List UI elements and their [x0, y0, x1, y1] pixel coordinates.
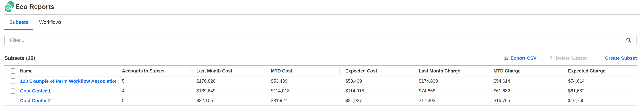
page-title: Eco Reports: [15, 0, 54, 13]
cell-name: Cost Center 2: [4, 96, 116, 105]
cell-mtd-cost: $53,439: [265, 77, 340, 86]
header-last-month-cost: Last Month Cost: [190, 66, 265, 76]
filter-box: [4, 35, 637, 45]
tab-workflows[interactable]: Workflows: [33, 15, 67, 30]
search-icon: [626, 37, 632, 43]
cell-mtd-charge: $16,765: [488, 96, 562, 105]
header-mtd-charge: MTD Charge: [488, 66, 562, 76]
cell-mtd-charge: $54,614: [488, 77, 562, 86]
app-header: Eco Reports: [0, 0, 644, 14]
download-icon: [504, 56, 508, 60]
subset-link[interactable]: Cost Center 2: [20, 98, 51, 103]
cell-last-month-cost: $32,155: [190, 96, 265, 105]
header-last-month-charge: Last Month Charge: [413, 66, 488, 76]
cell-accounts: 5: [116, 96, 190, 105]
subset-link[interactable]: Cost Center 1: [20, 88, 51, 94]
row-checkbox[interactable]: [10, 88, 15, 94]
create-subset-button[interactable]: + Create Subset: [599, 55, 637, 61]
filter-input[interactable]: [5, 35, 636, 45]
cell-mtd-charge: $61,682: [488, 86, 562, 96]
tab-subsets[interactable]: Subsets: [4, 15, 33, 30]
eco-logo-icon: [4, 1, 15, 13]
cell-name: Cost Center 1: [4, 86, 116, 96]
cell-accounts: 5: [116, 77, 190, 86]
subsets-heading: Subsets (16): [4, 55, 35, 61]
delete-subset-button[interactable]: Delete Subset: [549, 55, 587, 61]
cell-expected-charge: $16,765: [562, 96, 637, 105]
header-divider: [4, 14, 640, 15]
row-checkbox[interactable]: [10, 98, 15, 103]
row-checkbox[interactable]: [10, 78, 15, 84]
eco-reports-page: Eco Reports Subsets Workflows Subsets (1…: [0, 0, 644, 106]
cell-name: 123 Example of Perm Workflow Association: [4, 77, 116, 86]
subsets-toolbar: Subsets (16) Export CSV Delete Sub: [4, 53, 637, 63]
toolbar-actions: Export CSV Delete Subset + Create Subset: [504, 55, 637, 61]
tab-bar-divider: [4, 30, 640, 30]
create-subset-label: Create Subset: [605, 55, 637, 61]
header-name: Name: [4, 66, 116, 76]
table-header-row: Name Accounts in Subset Last Month Cost …: [4, 66, 637, 77]
cell-expected-charge: $61,682: [562, 86, 637, 96]
select-all-checkbox[interactable]: [10, 68, 15, 74]
header-name-label: Name: [20, 68, 32, 74]
table-row: 123 Example of Perm Workflow Association…: [4, 77, 637, 86]
plus-icon: +: [599, 56, 602, 60]
cell-expected-charge: $54,614: [562, 77, 637, 86]
trash-icon: [549, 56, 553, 60]
cell-expected-cost: $53,439: [340, 77, 413, 86]
table-row: Cost Center 1 4 $139,649 $114,018 $114,0…: [4, 86, 637, 96]
subset-link[interactable]: 123 Example of Perm Workflow Association: [20, 79, 116, 84]
tab-bar: Subsets Workflows: [4, 15, 67, 30]
export-csv-label: Export CSV: [510, 55, 536, 61]
cell-mtd-cost: $31,927: [265, 96, 340, 105]
cell-last-month-cost: $176,820: [190, 77, 265, 86]
cell-expected-cost: $31,927: [340, 96, 413, 105]
header-accounts-in-subset: Accounts in Subset: [116, 66, 190, 76]
cell-last-month-cost: $139,649: [190, 86, 265, 96]
cell-last-month-charge: $74,668: [413, 86, 488, 96]
delete-subset-label: Delete Subset: [556, 55, 587, 61]
subsets-table: Name Accounts in Subset Last Month Cost …: [4, 65, 637, 106]
table-row: Cost Center 2 5 $32,155 $31,927 $31,927 …: [4, 96, 637, 106]
export-csv-button[interactable]: Export CSV: [504, 55, 536, 61]
cell-last-month-charge: $17,303: [413, 96, 488, 105]
cell-accounts: 4: [116, 86, 190, 96]
cell-mtd-cost: $114,018: [265, 86, 340, 96]
header-expected-cost: Expected Cost: [340, 66, 413, 76]
header-mtd-cost: MTD Cost: [265, 66, 340, 76]
header-expected-charge: Expected Charge: [562, 66, 637, 76]
cell-last-month-charge: $174,839: [413, 77, 488, 86]
cell-expected-cost: $114,018: [340, 86, 413, 96]
